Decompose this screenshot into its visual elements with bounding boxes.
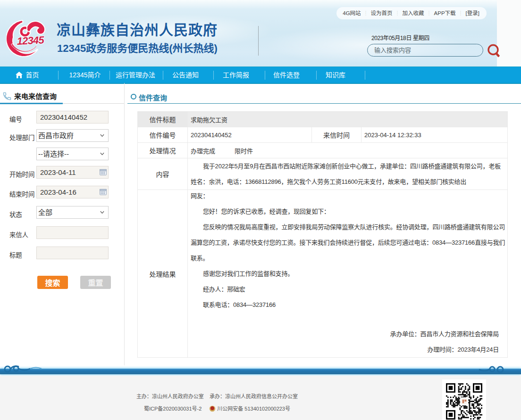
- svg-text:12345: 12345: [17, 34, 45, 47]
